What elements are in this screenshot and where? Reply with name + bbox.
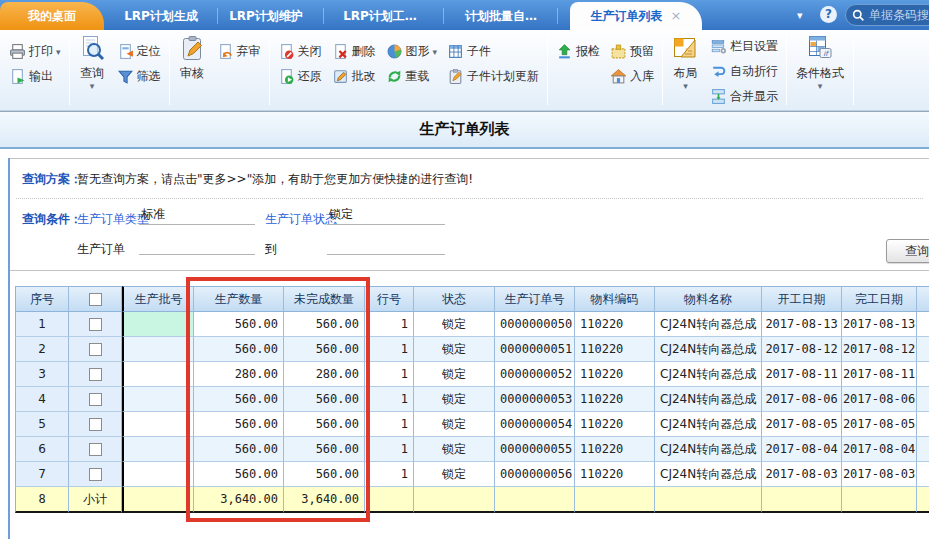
cell-batch[interactable]: [122, 437, 194, 462]
cell-line[interactable]: 1: [365, 462, 414, 487]
cell-mname[interactable]: CJ24N转向器总成: [655, 412, 762, 437]
row-checkbox[interactable]: [89, 468, 102, 481]
cell-check[interactable]: [69, 362, 122, 387]
cell-seq[interactable]: 2: [15, 337, 69, 362]
auto-wrap-button[interactable]: 自动折行: [705, 59, 783, 84]
query-button[interactable]: 查询 ▾: [73, 33, 112, 107]
tab-lrp-plan-generate[interactable]: LRP计划生成: [110, 2, 212, 30]
modify-button[interactable]: 批改: [327, 64, 381, 89]
cell-mcode[interactable]: 110220: [575, 362, 655, 387]
column-header-extra[interactable]: [917, 286, 929, 312]
cell-mname[interactable]: CJ24N转向器总成: [655, 437, 762, 462]
cell-seq[interactable]: 6: [15, 437, 69, 462]
order-to-input[interactable]: [327, 236, 445, 255]
cell-mname[interactable]: CJ24N转向器总成: [655, 462, 762, 487]
cell-start[interactable]: 2017-08-04: [762, 437, 842, 462]
cell-extra[interactable]: [917, 387, 929, 412]
row-checkbox[interactable]: [89, 368, 102, 381]
tab-plan-batch[interactable]: 计划批量自…: [450, 2, 552, 30]
help-icon[interactable]: ?: [820, 6, 837, 23]
cell-status[interactable]: 锁定: [414, 412, 495, 437]
cell-end[interactable]: 2017-08-05: [842, 412, 917, 437]
cell-check[interactable]: [69, 312, 122, 337]
row-checkbox[interactable]: [89, 343, 102, 356]
order-from-input[interactable]: [139, 236, 255, 255]
close-button[interactable]: 关闭: [273, 39, 327, 64]
cell-check[interactable]: [69, 387, 122, 412]
cell-order[interactable]: 0000000056: [495, 462, 575, 487]
cell-unfinished[interactable]: 560.00: [284, 462, 365, 487]
cell-status[interactable]: 锁定: [414, 437, 495, 462]
cell-line[interactable]: 1: [365, 337, 414, 362]
cell-end[interactable]: 2017-08-06: [842, 387, 917, 412]
column-header-mname[interactable]: 物料名称: [655, 286, 762, 312]
cell-line[interactable]: 1: [365, 312, 414, 337]
column-header-unfinished[interactable]: 未完成数量: [284, 286, 365, 312]
cell-order[interactable]: 0000000050: [495, 312, 575, 337]
cell-qty[interactable]: 560.00: [194, 387, 284, 412]
cell-batch[interactable]: [122, 362, 194, 387]
cell-status[interactable]: 锁定: [414, 387, 495, 412]
cell-status[interactable]: 锁定: [414, 462, 495, 487]
cell-status[interactable]: 锁定: [414, 337, 495, 362]
cell-mcode[interactable]: 110220: [575, 437, 655, 462]
instock-button[interactable]: 入库: [605, 64, 659, 89]
cell-end[interactable]: 2017-08-12: [842, 337, 917, 362]
delete-button[interactable]: 删除: [327, 39, 381, 64]
row-checkbox[interactable]: [89, 393, 102, 406]
tab-lrp-plan-work[interactable]: LRP计划工…: [322, 2, 438, 30]
cell-mname[interactable]: CJ24N转向器总成: [655, 312, 762, 337]
subitem-button[interactable]: 子件: [442, 39, 544, 64]
column-header-batch[interactable]: 生产批号: [122, 286, 194, 312]
cell-seq[interactable]: 1: [15, 312, 69, 337]
cell-unfinished[interactable]: 280.00: [284, 362, 365, 387]
tab-production-order-list[interactable]: 生产订单列表×: [570, 2, 702, 30]
cell-seq[interactable]: 5: [15, 412, 69, 437]
cell-extra[interactable]: [917, 437, 929, 462]
column-header-end[interactable]: 完工日期: [842, 286, 917, 312]
inspect-button[interactable]: 报检: [551, 39, 605, 64]
cell-start[interactable]: 2017-08-03: [762, 462, 842, 487]
restore-button[interactable]: 还原: [273, 64, 327, 89]
column-header-seq[interactable]: 序号: [15, 286, 69, 312]
barcode-search[interactable]: [845, 4, 929, 26]
cell-seq[interactable]: 4: [15, 387, 69, 412]
cell-qty[interactable]: 560.00: [194, 412, 284, 437]
cell-extra[interactable]: [917, 337, 929, 362]
merge-display-button[interactable]: 合并显示: [705, 84, 783, 109]
order-type-input[interactable]: 标准: [139, 206, 255, 225]
column-header-start[interactable]: 开工日期: [762, 286, 842, 312]
row-checkbox[interactable]: [89, 418, 102, 431]
cell-unfinished[interactable]: 560.00: [284, 387, 365, 412]
cell-mcode[interactable]: 110220: [575, 312, 655, 337]
cell-check[interactable]: [69, 462, 122, 487]
column-header-status[interactable]: 状态: [414, 286, 495, 312]
cell-seq[interactable]: 3: [15, 362, 69, 387]
column-header-mcode[interactable]: 物料编码: [575, 286, 655, 312]
search-input[interactable]: [869, 8, 929, 22]
cell-line[interactable]: 1: [365, 362, 414, 387]
cond-format-button[interactable]: if 条件格式 ▾: [790, 33, 850, 107]
cell-start[interactable]: 2017-08-13: [762, 312, 842, 337]
cell-batch[interactable]: [122, 387, 194, 412]
order-status-input[interactable]: 锁定: [327, 206, 445, 225]
column-header-qty[interactable]: 生产数量: [194, 286, 284, 312]
cell-end[interactable]: 2017-08-04: [842, 437, 917, 462]
row-checkbox[interactable]: [89, 443, 102, 456]
cell-order[interactable]: 0000000055: [495, 437, 575, 462]
cell-qty[interactable]: 560.00: [194, 312, 284, 337]
cell-batch[interactable]: [122, 337, 194, 362]
cell-mname[interactable]: CJ24N转向器总成: [655, 362, 762, 387]
reload-button[interactable]: 重载: [381, 64, 443, 89]
cell-order[interactable]: 0000000053: [495, 387, 575, 412]
tab-my-desktop[interactable]: 我的桌面: [0, 2, 104, 30]
print-button[interactable]: 打印▾: [4, 39, 66, 64]
cell-batch[interactable]: [122, 412, 194, 437]
cell-start[interactable]: 2017-08-06: [762, 387, 842, 412]
cell-mname[interactable]: CJ24N转向器总成: [655, 387, 762, 412]
cell-order[interactable]: 0000000052: [495, 362, 575, 387]
tab-overflow-caret-icon[interactable]: ▾: [797, 9, 803, 22]
cell-seq[interactable]: 7: [15, 462, 69, 487]
column-header-order[interactable]: 生产订单号: [495, 286, 575, 312]
row-checkbox[interactable]: [89, 318, 102, 331]
